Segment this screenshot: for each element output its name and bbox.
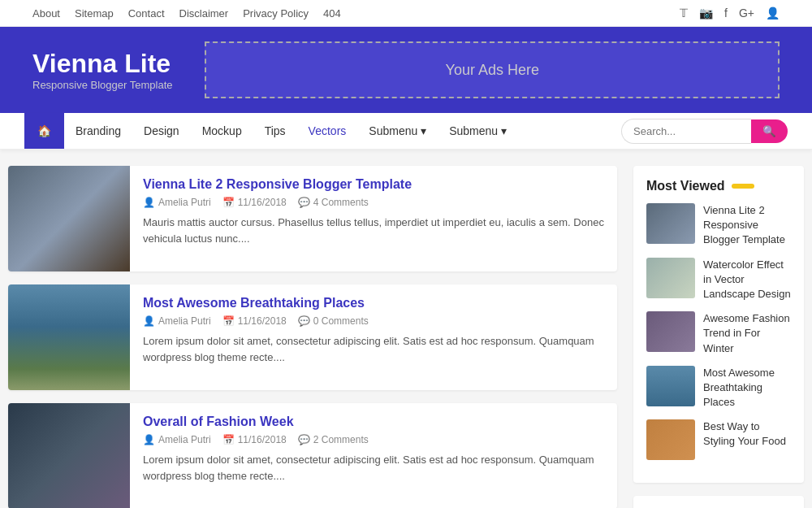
nav-disclaimer[interactable]: Disclaimer xyxy=(179,7,229,20)
most-viewed-item: Most Awesome Breathtaking Places xyxy=(646,366,791,410)
comment-icon: 💬 xyxy=(298,315,310,327)
title-bar-decoration xyxy=(732,184,754,189)
article-excerpt: Mauris mattis auctor cursus. Phasellus t… xyxy=(143,215,604,246)
mv-thumbnail xyxy=(646,419,695,460)
mv-thumbnail xyxy=(646,311,695,352)
nav-vectors[interactable]: Vectors xyxy=(297,113,358,149)
article-title[interactable]: Vienna Lite 2 Responsive Blogger Templat… xyxy=(143,177,604,192)
most-viewed-item: Best Way to Styling Your Food xyxy=(646,419,791,460)
navbar: 🏠 Branding Design Mockup Tips Vectors Su… xyxy=(0,113,812,150)
site-subtitle: Responsive Blogger Template xyxy=(32,79,172,91)
nav-submenu1[interactable]: Submenu ▾ xyxy=(357,113,438,149)
mv-title[interactable]: Best Way to Styling Your Food xyxy=(703,419,791,449)
site-title: Vienna Lite xyxy=(32,49,172,79)
search-bar: 🔍 xyxy=(621,119,788,144)
nav-about[interactable]: About xyxy=(32,7,60,20)
article-title[interactable]: Overall of Fashion Week xyxy=(143,415,604,429)
article-meta: 👤 Amelia Putri 📅 11/16/2018 💬 4 Comments xyxy=(143,197,604,208)
instagram-icon[interactable]: 📷 xyxy=(699,7,713,20)
mv-title[interactable]: Awesome Fashion Trend in For Winter xyxy=(703,311,791,356)
date-meta: 📅 11/16/2018 xyxy=(222,197,287,208)
article-meta: 👤 Amelia Putri 📅 11/16/2018 💬 2 Comments xyxy=(143,434,604,445)
most-viewed-item: Vienna Lite 2 Responsive Blogger Templat… xyxy=(646,203,791,248)
home-icon: 🏠 xyxy=(37,124,51,137)
most-viewed-widget: Most Viewed Vienna Lite 2 Responsive Blo… xyxy=(633,166,804,483)
user-icon: 👤 xyxy=(143,315,155,327)
nav-design[interactable]: Design xyxy=(132,113,191,149)
user-icon: 👤 xyxy=(143,434,155,445)
article-image xyxy=(8,284,130,390)
date-meta: 📅 11/16/2018 xyxy=(222,434,287,445)
top-nav: About Sitemap Contact Disclaimer Privacy… xyxy=(32,7,341,20)
nav-submenu2[interactable]: Submenu ▾ xyxy=(438,113,518,149)
brand: Vienna Lite Responsive Blogger Template xyxy=(32,49,172,91)
article-excerpt: Lorem ipsum dolor sit amet, consectetur … xyxy=(143,452,604,484)
facebook-icon[interactable]: f xyxy=(724,7,728,20)
article-excerpt: Lorem ipsum dolor sit amet, consectetur … xyxy=(143,333,604,365)
comments-meta: 💬 2 Comments xyxy=(298,434,369,445)
mv-thumbnail xyxy=(646,366,695,406)
main-layout: Vienna Lite 2 Responsive Blogger Templat… xyxy=(0,150,812,508)
mv-title[interactable]: Vienna Lite 2 Responsive Blogger Templat… xyxy=(703,203,791,248)
comments-meta: 💬 4 Comments xyxy=(298,197,369,208)
widget-title: Most Viewed xyxy=(646,179,791,193)
author-meta: 👤 Amelia Putri xyxy=(143,197,211,208)
date-meta: 📅 11/16/2018 xyxy=(222,315,287,327)
top-bar: About Sitemap Contact Disclaimer Privacy… xyxy=(0,0,812,27)
ad-banner: Your Ads Here xyxy=(205,41,780,98)
article-body: Most Awesome Breathtaking Places 👤 Ameli… xyxy=(130,284,617,390)
nav-404[interactable]: 404 xyxy=(323,7,341,20)
author-meta: 👤 Amelia Putri xyxy=(143,315,211,327)
comment-icon: 💬 xyxy=(298,197,310,208)
user-icon[interactable]: 👤 xyxy=(766,7,780,20)
mv-thumbnail xyxy=(646,203,695,244)
search-input[interactable] xyxy=(621,119,751,144)
author-meta: 👤 Amelia Putri xyxy=(143,434,211,445)
nav-tips[interactable]: Tips xyxy=(253,113,297,149)
article-body: Overall of Fashion Week 👤 Amelia Putri 📅… xyxy=(130,403,617,508)
header: Vienna Lite Responsive Blogger Template … xyxy=(0,27,812,113)
nav-mockup[interactable]: Mockup xyxy=(191,113,253,149)
nav-contact[interactable]: Contact xyxy=(128,7,165,20)
article-image xyxy=(8,403,130,508)
googleplus-icon[interactable]: G+ xyxy=(739,7,754,20)
social-icons: 𝕋 📷 f G+ 👤 xyxy=(680,7,780,20)
nav-links: Branding Design Mockup Tips Vectors Subm… xyxy=(64,113,518,149)
nav-branding[interactable]: Branding xyxy=(64,113,132,149)
article-title[interactable]: Most Awesome Breathtaking Places xyxy=(143,296,604,310)
article-list: Vienna Lite 2 Responsive Blogger Templat… xyxy=(8,166,617,508)
sidebar: Most Viewed Vienna Lite 2 Responsive Blo… xyxy=(633,166,804,508)
most-viewed-item: Awesome Fashion Trend in For Winter xyxy=(646,311,791,356)
twitter-icon[interactable]: 𝕋 xyxy=(680,7,688,20)
comments-meta: 💬 0 Comments xyxy=(298,315,369,327)
article-image xyxy=(8,166,130,271)
article-card: Most Awesome Breathtaking Places 👤 Ameli… xyxy=(8,284,617,390)
calendar-icon: 📅 xyxy=(222,315,235,327)
user-icon: 👤 xyxy=(143,197,155,208)
article-card: Overall of Fashion Week 👤 Amelia Putri 📅… xyxy=(8,403,617,508)
nav-sitemap[interactable]: Sitemap xyxy=(75,7,114,20)
article-card: Vienna Lite 2 Responsive Blogger Templat… xyxy=(8,166,617,271)
calendar-icon: 📅 xyxy=(222,197,235,208)
mv-title[interactable]: Most Awesome Breathtaking Places xyxy=(703,366,791,410)
most-viewed-item: Watercolor Effect in Vector Landscape De… xyxy=(646,258,791,302)
mv-title[interactable]: Watercolor Effect in Vector Landscape De… xyxy=(703,258,791,302)
home-button[interactable]: 🏠 xyxy=(24,113,64,149)
article-body: Vienna Lite 2 Responsive Blogger Templat… xyxy=(130,166,617,271)
calendar-icon: 📅 xyxy=(222,434,235,445)
comment-icon: 💬 xyxy=(298,434,310,445)
article-meta: 👤 Amelia Putri 📅 11/16/2018 💬 0 Comments xyxy=(143,315,604,327)
search-button[interactable]: 🔍 xyxy=(751,119,788,143)
nav-privacy[interactable]: Privacy Policy xyxy=(243,7,309,20)
cloud-labels-widget: Cloud Labels Design Fashion Featured Foo… xyxy=(633,496,804,508)
mv-thumbnail xyxy=(646,258,695,298)
